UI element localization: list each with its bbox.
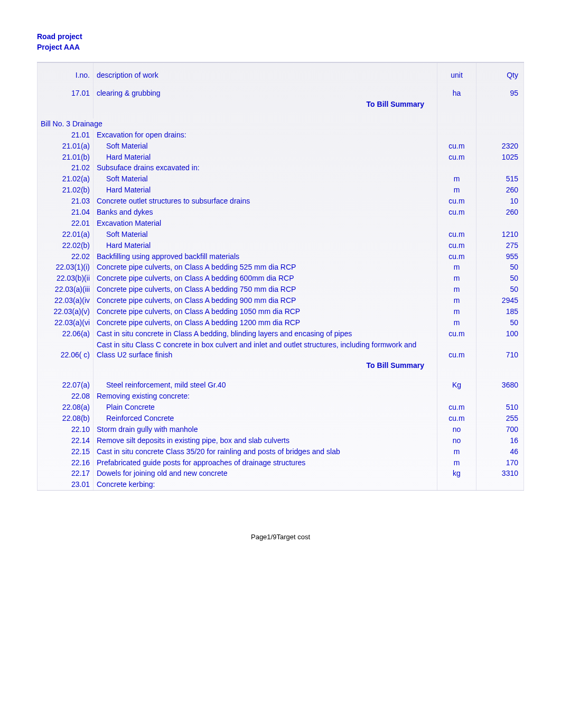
item-number: 17.01 <box>38 88 94 99</box>
table-row: 22.03(b)(iiConcrete pipe culverts, on Cl… <box>38 273 524 284</box>
item-qty <box>476 391 524 402</box>
boq-table-container: I.no. description of work unit Qty 17.01… <box>37 62 524 491</box>
item-unit: cu.m <box>437 229 476 240</box>
item-description: Storm drain gully with manhole <box>94 424 437 435</box>
table-row <box>38 110 524 118</box>
item-unit <box>437 162 476 173</box>
item-description: Hard Material <box>94 240 437 251</box>
item-qty: 50 <box>476 273 524 284</box>
item-unit: no <box>437 435 476 446</box>
table-row: 22.03(1)(i)Concrete pipe culverts, on Cl… <box>38 262 524 273</box>
item-number: 21.01(b) <box>38 152 94 163</box>
item-unit: cu.m <box>437 413 476 424</box>
item-number: 22.03(a)(v) <box>38 306 94 317</box>
col-header-unit: unit <box>437 63 476 88</box>
item-number: 22.08(b) <box>38 413 94 424</box>
section-heading: Bill No. 3 Drainage <box>38 118 437 130</box>
item-qty: 700 <box>476 424 524 435</box>
table-row: 21.01(b)Hard Materialcu.m1025 <box>38 152 524 163</box>
boq-table: I.no. description of work unit Qty 17.01… <box>37 63 524 490</box>
item-unit: m <box>437 284 476 295</box>
item-qty: 50 <box>476 262 524 273</box>
item-qty <box>476 479 524 490</box>
item-unit: cu.m <box>437 196 476 207</box>
item-unit: cu.m <box>437 328 476 339</box>
table-row: 21.04Banks and dykescu.m260 <box>38 207 524 218</box>
item-number: 22.08 <box>38 391 94 402</box>
bill-summary-link[interactable]: To Bill Summary <box>97 99 435 109</box>
item-qty: 710 <box>476 339 524 361</box>
table-row: 22.08Removing existing concrete: <box>38 391 524 402</box>
item-number: 21.02 <box>38 162 94 173</box>
table-row: 22.02Backfilling using approved backfill… <box>38 251 524 262</box>
table-row: 21.01(a)Soft Materialcu.m2320 <box>38 141 524 152</box>
item-qty: 100 <box>476 328 524 339</box>
item-qty: 2320 <box>476 141 524 152</box>
item-qty: 275 <box>476 240 524 251</box>
item-number: 22.01 <box>38 218 94 229</box>
item-description: Backfilling using approved backfill mate… <box>94 251 437 262</box>
item-qty: 10 <box>476 196 524 207</box>
item-description: Excavation for open drains: <box>94 130 437 141</box>
item-number: 21.02(a) <box>38 173 94 185</box>
project-title-1: Road project <box>37 32 524 42</box>
item-description: Plain Concrete <box>94 402 437 413</box>
item-unit: kg <box>437 468 476 479</box>
item-number: 22.14 <box>38 435 94 446</box>
item-unit: cu.m <box>437 152 476 163</box>
item-number: 22.06(a) <box>38 328 94 339</box>
item-qty: 2945 <box>476 295 524 306</box>
table-body: 17.01clearing & grubbingha95To Bill Summ… <box>38 88 524 490</box>
table-row: 22.16Prefabricated guide posts for appro… <box>38 457 524 468</box>
item-number: 21.01(a) <box>38 141 94 152</box>
item-unit <box>437 391 476 402</box>
item-unit: cu.m <box>437 141 476 152</box>
item-number: 22.01(a) <box>38 229 94 240</box>
item-qty: 16 <box>476 435 524 446</box>
item-qty: 50 <box>476 284 524 295</box>
item-description: Subsuface drains excavated in: <box>94 162 437 173</box>
item-unit <box>437 479 476 490</box>
item-qty: 955 <box>476 251 524 262</box>
item-description: Concrete pipe culverts, on Class A beddi… <box>94 273 437 284</box>
col-header-ino: I.no. <box>38 63 94 88</box>
item-description: Soft Material <box>94 141 437 152</box>
table-row <box>38 371 524 380</box>
col-header-desc: description of work <box>94 63 437 88</box>
item-qty: 50 <box>476 317 524 328</box>
item-unit: Kg <box>437 380 476 391</box>
item-number: 21.01 <box>38 130 94 141</box>
table-row: 22.01(a)Soft Materialcu.m1210 <box>38 229 524 240</box>
item-unit: m <box>437 457 476 468</box>
table-row: 22.03(a)(viConcrete pipe culverts, on Cl… <box>38 317 524 328</box>
item-number: 22.15 <box>38 446 94 457</box>
bill-summary-link[interactable]: To Bill Summary <box>97 361 435 371</box>
item-unit <box>437 218 476 229</box>
table-row: 22.06( c)Cast in situ Class C concrete i… <box>38 339 524 361</box>
table-row: 22.10Storm drain gully with manholeno700 <box>38 424 524 435</box>
item-description: Dowels for joining old and new concrete <box>94 468 437 479</box>
item-description: Remove silt deposits in existing pipe, b… <box>94 435 437 446</box>
table-row: 22.03(a)(ivConcrete pipe culverts, on Cl… <box>38 295 524 306</box>
item-qty: 3310 <box>476 468 524 479</box>
item-qty: 3680 <box>476 380 524 391</box>
item-unit: m <box>437 306 476 317</box>
item-number: 23.01 <box>38 479 94 490</box>
item-number: 22.06( c) <box>38 339 94 361</box>
table-row: 21.02(a)Soft Materialm515 <box>38 173 524 185</box>
item-qty: 1210 <box>476 229 524 240</box>
table-row: 22.08(b)Reinforced Concretecu.m255 <box>38 413 524 424</box>
item-unit: cu.m <box>437 240 476 251</box>
item-number: 22.02 <box>38 251 94 262</box>
item-qty: 510 <box>476 402 524 413</box>
item-description: Cast in situ concrete in Class A bedding… <box>94 328 437 339</box>
item-number: 22.03(a)(iii <box>38 284 94 295</box>
item-qty <box>476 130 524 141</box>
table-row: 21.02Subsuface drains excavated in: <box>38 162 524 173</box>
item-description: clearing & grubbing <box>94 88 437 99</box>
item-qty: 46 <box>476 446 524 457</box>
item-unit: m <box>437 446 476 457</box>
item-qty: 515 <box>476 173 524 185</box>
item-unit: cu.m <box>437 207 476 218</box>
item-number: 22.17 <box>38 468 94 479</box>
